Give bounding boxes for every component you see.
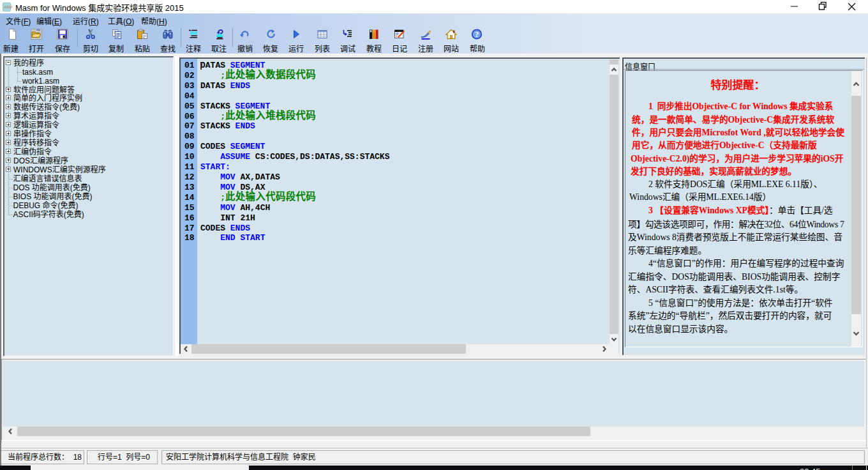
svg-text:?: ? [475,30,479,39]
